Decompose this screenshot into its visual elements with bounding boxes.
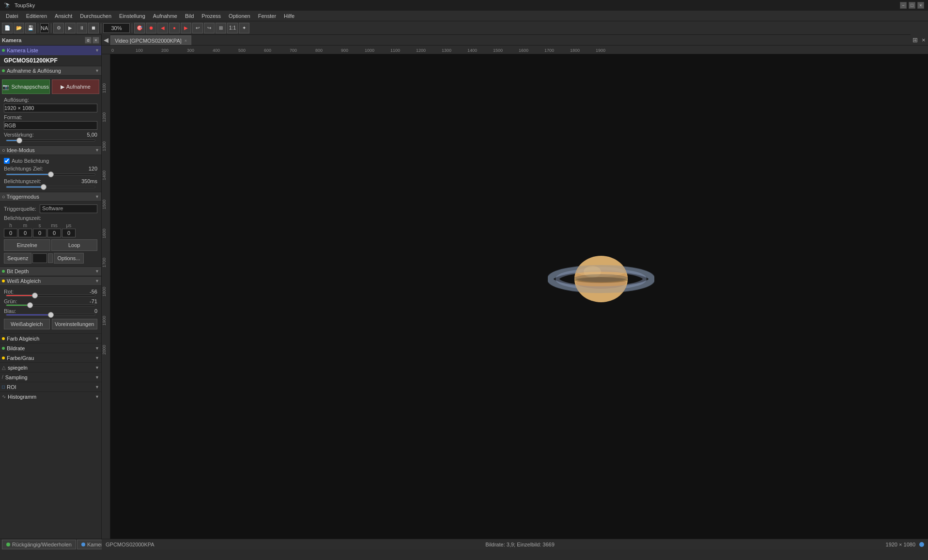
bit-depth-header[interactable]: Bit Depth ▼ bbox=[0, 266, 101, 276]
loop-button[interactable]: Loop bbox=[51, 239, 98, 251]
menu-aufnahme[interactable]: Aufnahme bbox=[149, 12, 181, 20]
roi-section[interactable]: □ ROI ▼ bbox=[0, 382, 101, 391]
panel-close-button[interactable]: × bbox=[93, 37, 99, 44]
time-h-input[interactable] bbox=[4, 229, 17, 237]
pause-button[interactable]: ⏸ bbox=[77, 23, 87, 33]
einzelne-button[interactable]: Einzelne bbox=[4, 239, 50, 251]
gain-slider-thumb[interactable] bbox=[16, 138, 22, 143]
tab-expand-button[interactable]: ⊞ bbox=[911, 34, 919, 45]
viewport[interactable] bbox=[110, 54, 928, 539]
rot-slider-track[interactable] bbox=[6, 295, 95, 296]
time-ms-input[interactable] bbox=[47, 229, 61, 237]
section-capture-header[interactable]: Aufnahme & Auflösung ▼ bbox=[0, 66, 101, 76]
sampling-section[interactable]: / Sampling ▼ bbox=[0, 372, 101, 382]
menu-optionen[interactable]: Optionen bbox=[225, 12, 254, 20]
auto-exposure-checkbox[interactable] bbox=[4, 158, 10, 164]
gruen-slider-thumb[interactable] bbox=[27, 302, 33, 308]
close-button[interactable]: × bbox=[917, 2, 924, 9]
zoom-fit-button[interactable]: ⊞ bbox=[216, 23, 226, 33]
video-tab-close[interactable]: × bbox=[185, 38, 187, 43]
video-mode-header[interactable]: ○ Idee-Modus ▼ bbox=[0, 145, 101, 155]
farbe-grau-arrow[interactable]: ▼ bbox=[95, 356, 99, 360]
new-button[interactable]: 📄 bbox=[2, 23, 13, 33]
menu-ansicht[interactable]: Ansicht bbox=[51, 12, 76, 20]
sequenz-button[interactable]: Sequenz bbox=[4, 253, 31, 264]
menu-bild[interactable]: Bild bbox=[181, 12, 198, 20]
save-button[interactable]: 💾 bbox=[25, 23, 36, 33]
farbe-grau-section[interactable]: Farbe/Grau ▼ bbox=[0, 353, 101, 362]
snapshot-button[interactable]: 📷 Schnappschuss bbox=[2, 79, 50, 94]
farb-abgleich-arrow[interactable]: ▼ bbox=[95, 336, 99, 341]
farb-abgleich-section[interactable]: Farb Abgleich ▼ bbox=[0, 333, 101, 343]
wb-collapse[interactable]: ▼ bbox=[95, 279, 99, 283]
open-button[interactable]: 📂 bbox=[14, 23, 24, 33]
time-us-input[interactable] bbox=[62, 229, 76, 237]
weissabgleich-button[interactable]: Weißabgleich bbox=[4, 319, 50, 329]
red-btn-2[interactable]: ● bbox=[169, 23, 180, 33]
time-m-input[interactable] bbox=[18, 229, 32, 237]
minimize-button[interactable]: − bbox=[900, 2, 907, 9]
exp-time-slider-track[interactable] bbox=[6, 186, 95, 188]
play-button[interactable]: ▶ bbox=[65, 23, 76, 33]
menu-prozess[interactable]: Prozess bbox=[198, 12, 225, 20]
stop-button[interactable]: ⏹ bbox=[88, 23, 99, 33]
redo-button[interactable]: ↪ bbox=[204, 23, 215, 33]
options-button[interactable]: Options... bbox=[54, 253, 83, 264]
menu-editieren[interactable]: Editieren bbox=[22, 12, 51, 20]
gain-slider-track[interactable] bbox=[6, 140, 95, 141]
red-btn-3[interactable]: ▶ bbox=[181, 23, 191, 33]
trigger-collapse[interactable]: ▼ bbox=[95, 194, 99, 199]
spiegeln-section[interactable]: △ spiegeln ▼ bbox=[0, 362, 101, 372]
histogramm-arrow[interactable]: ▼ bbox=[95, 394, 99, 399]
bildrate-arrow[interactable]: ▼ bbox=[95, 346, 99, 351]
capture-collapse[interactable]: ▼ bbox=[95, 68, 99, 73]
menu-hilfe[interactable]: Hilfe bbox=[280, 12, 298, 20]
voreinstellungen-button[interactable]: Voreinstellungen bbox=[52, 319, 98, 329]
rot-slider-thumb[interactable] bbox=[32, 293, 38, 298]
menu-durchsuchen[interactable]: Durchsuchen bbox=[76, 12, 115, 20]
resolution-select[interactable]: 1920 × 1080 bbox=[4, 104, 97, 112]
panel-title: Kamera bbox=[2, 37, 21, 43]
blau-slider-thumb[interactable] bbox=[48, 312, 54, 318]
blau-slider-track[interactable] bbox=[6, 314, 95, 316]
spiegeln-arrow[interactable]: ▼ bbox=[95, 365, 99, 370]
exp-target-thumb[interactable] bbox=[48, 171, 54, 177]
trigger-source-row: Triggerquelle: Software bbox=[2, 203, 99, 214]
roi-arrow[interactable]: ▼ bbox=[95, 385, 99, 389]
trigger-mode-header[interactable]: ○ Triggermodus ▼ bbox=[0, 192, 101, 202]
sampling-arrow[interactable]: ▼ bbox=[95, 375, 99, 380]
menu-fenster[interactable]: Fenster bbox=[254, 12, 280, 20]
time-s-input[interactable] bbox=[33, 229, 46, 237]
format-select[interactable]: RGB bbox=[4, 121, 97, 130]
maximize-button[interactable]: □ bbox=[909, 2, 915, 9]
video-mode-collapse[interactable]: ▼ bbox=[95, 148, 99, 153]
camera-select[interactable]: NA bbox=[40, 23, 49, 33]
bit-depth-collapse[interactable]: ▼ bbox=[95, 269, 99, 274]
menu-datei[interactable]: Datei bbox=[2, 12, 22, 20]
ruler-300: 300 bbox=[187, 48, 194, 53]
bildrate-section[interactable]: Bildrate ▼ bbox=[0, 343, 101, 353]
zoom-1to1-button[interactable]: 1:1 bbox=[227, 23, 238, 33]
menu-einstellung[interactable]: Einstellung bbox=[115, 12, 149, 20]
exp-time-thumb[interactable] bbox=[41, 184, 46, 190]
exp-target-slider-track[interactable] bbox=[6, 173, 95, 175]
panel-scroll[interactable]: Kamera Liste ▼ GPCMOS01200KPF Aufnahme &… bbox=[0, 46, 101, 539]
gruen-slider-track[interactable] bbox=[6, 304, 95, 306]
undo-redo-tab[interactable]: Rückgängig/Wiederholen bbox=[2, 540, 76, 549]
panel-pin-button[interactable]: α bbox=[85, 37, 92, 44]
record-start-button[interactable]: ▶ Aufnahme bbox=[52, 79, 100, 94]
video-tab[interactable]: Video [GPCMOS02000KPA] × bbox=[110, 35, 191, 45]
settings-button[interactable]: ⚙ bbox=[53, 23, 64, 33]
wb-header[interactable]: Weiß Abgleich ▼ bbox=[0, 276, 101, 286]
tab-close-all-button[interactable]: × bbox=[919, 34, 928, 45]
zoom-input[interactable] bbox=[103, 23, 130, 33]
record-button[interactable]: ⏺ bbox=[146, 23, 156, 33]
target-button[interactable]: 🎯 bbox=[134, 23, 145, 33]
filter-button[interactable]: ✦ bbox=[239, 23, 249, 33]
seq-counter-up[interactable] bbox=[48, 253, 53, 263]
undo-button[interactable]: ↩ bbox=[192, 23, 203, 33]
histogramm-section[interactable]: ∿ Histogramm ▼ bbox=[0, 391, 101, 401]
red-btn-1[interactable]: ◀ bbox=[157, 23, 168, 33]
tab-prev-button[interactable]: ◀ bbox=[102, 34, 110, 45]
camera-list-collapse[interactable]: ▼ bbox=[95, 48, 99, 53]
